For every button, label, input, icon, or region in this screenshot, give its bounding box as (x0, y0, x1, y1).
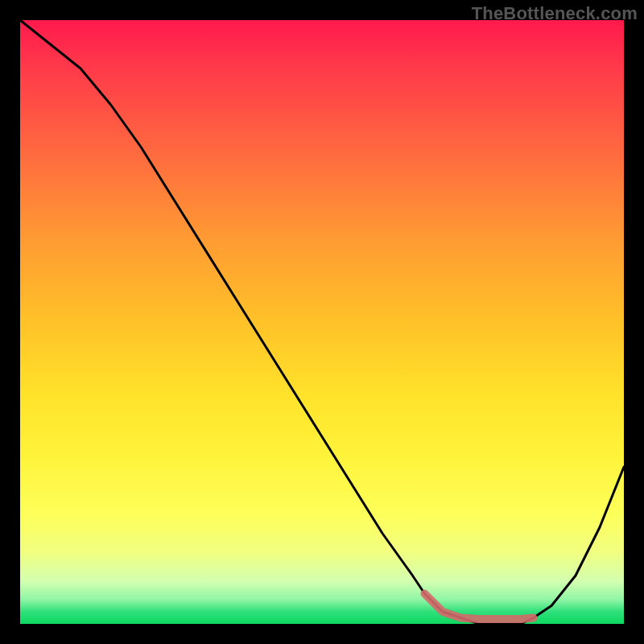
plot-area (20, 20, 624, 624)
watermark-text: TheBottleneck.com (472, 3, 638, 24)
optimal-band (425, 594, 534, 620)
chart-svg (20, 20, 624, 624)
chart-frame: TheBottleneck.com (0, 0, 644, 644)
bottleneck-curve (20, 20, 624, 624)
